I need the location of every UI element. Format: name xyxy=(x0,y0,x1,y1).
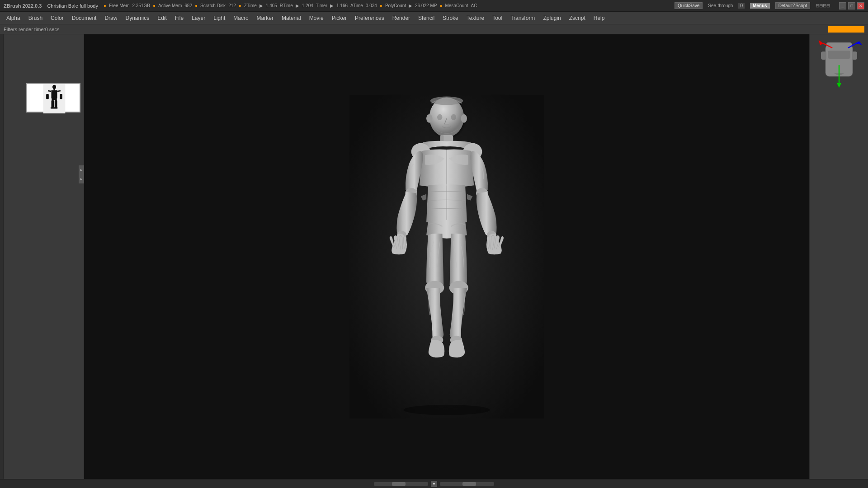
slider-icon: ⊟⊟⊟⊟ xyxy=(816,3,830,8)
menu-item-render[interactable]: Render xyxy=(389,14,414,23)
doc-name: Christian Bale full body xyxy=(47,3,98,9)
menu-item-color[interactable]: Color xyxy=(47,14,67,23)
menu-item-macro[interactable]: Macro xyxy=(230,14,252,23)
scroll-down-button[interactable]: ▼ xyxy=(431,481,437,487)
menu-item-movie[interactable]: Movie xyxy=(306,14,327,23)
ztime-label: ZTime xyxy=(244,3,257,8)
main-layout: ► ► xyxy=(0,34,868,479)
menu-item-layer[interactable]: Layer xyxy=(188,14,209,23)
polycount-label: PolyCount xyxy=(385,3,406,8)
menu-item-texture[interactable]: Texture xyxy=(463,14,488,23)
svg-rect-7 xyxy=(60,94,62,99)
svg-rect-5 xyxy=(46,94,49,99)
svg-marker-41 xyxy=(819,40,823,45)
rtime-val: 1.204 xyxy=(302,3,313,8)
svg-rect-10 xyxy=(55,100,57,108)
svg-point-19 xyxy=(437,114,442,120)
close-button[interactable]: ✕ xyxy=(857,2,864,9)
menu-item-picker[interactable]: Picker xyxy=(328,14,350,23)
menu-item-stroke[interactable]: Stroke xyxy=(439,14,462,23)
menu-item-light[interactable]: Light xyxy=(210,14,229,23)
ztime-val: 1.405 xyxy=(266,3,277,8)
bottom-bar: ▼ xyxy=(0,479,868,488)
free-mem-val: 2.351GB xyxy=(132,3,150,8)
menu-item-draw[interactable]: Draw xyxy=(101,14,121,23)
thumbnail-panel: ► ► xyxy=(4,34,84,479)
meshcount-label: MeshCount xyxy=(445,3,468,8)
filter-text: Filters render time:0 secs xyxy=(4,27,59,32)
menu-item-stencil[interactable]: Stencil xyxy=(415,14,438,23)
rtime-label: RTime xyxy=(280,3,293,8)
title-bar: ZBrush 2022.0.3 Christian Bale full body… xyxy=(0,0,868,12)
svg-rect-39 xyxy=(852,52,857,60)
orange-progress-bar xyxy=(828,26,864,33)
outer-left-panel xyxy=(0,34,4,479)
svg-point-17 xyxy=(461,114,467,123)
minimize-button[interactable]: _ xyxy=(839,2,846,9)
meshcount-suffix: AC xyxy=(471,3,477,8)
svg-point-16 xyxy=(426,114,432,123)
menu-bar: AlphaBrushColorDocumentDrawDynamicsEditF… xyxy=(0,12,868,24)
window-controls: _ □ ✕ xyxy=(839,2,864,9)
atime-label: ATime xyxy=(350,3,363,8)
svg-rect-38 xyxy=(821,52,826,60)
svg-rect-2 xyxy=(53,89,55,90)
svg-rect-8 xyxy=(52,98,57,100)
viewport-canvas[interactable] xyxy=(84,34,809,479)
menu-item-edit[interactable]: Edit xyxy=(154,14,170,23)
orientation-widget[interactable] xyxy=(814,38,864,92)
mesh-thumbnail[interactable] xyxy=(26,83,80,113)
svg-rect-36 xyxy=(828,51,850,59)
sidebar-collapse-arrow[interactable]: ► xyxy=(79,165,84,174)
active-mem-val: 682 xyxy=(184,3,192,8)
menu-item-material[interactable]: Material xyxy=(278,14,305,23)
menu-item-dynamics[interactable]: Dynamics xyxy=(122,14,153,23)
right-panel xyxy=(809,34,868,479)
timer-label: Timer xyxy=(316,3,327,8)
default-script-button[interactable]: DefaultZScript xyxy=(775,2,810,9)
quicksave-button[interactable]: QuickSave xyxy=(675,2,703,9)
vertical-scroll-bar[interactable] xyxy=(440,482,494,486)
svg-point-14 xyxy=(403,405,490,415)
menu-item-help[interactable]: Help xyxy=(590,14,609,23)
scratch-disk-val: 212 xyxy=(228,3,236,8)
menu-item-tool[interactable]: Tool xyxy=(489,14,506,23)
menu-item-brush[interactable]: Brush xyxy=(25,14,46,23)
see-through-label: See-through xyxy=(708,3,733,8)
horizontal-scroll-bar[interactable] xyxy=(374,482,428,486)
see-through-val: 0 xyxy=(738,3,745,9)
maximize-button[interactable]: □ xyxy=(848,2,855,9)
scratch-disk-label: Scratch Disk xyxy=(200,3,226,8)
menu-item-zscript[interactable]: Zscript xyxy=(566,14,589,23)
menu-item-preferences[interactable]: Preferences xyxy=(351,14,388,23)
timer-val: 1.166 xyxy=(336,3,348,8)
svg-point-1 xyxy=(52,85,56,89)
3d-figure xyxy=(349,94,544,419)
menu-item-file[interactable]: File xyxy=(171,14,187,23)
orientation-head-svg xyxy=(816,38,862,92)
app-name: ZBrush 2022.0.3 xyxy=(4,3,42,9)
menu-item-marker[interactable]: Marker xyxy=(253,14,277,23)
svg-rect-12 xyxy=(54,107,57,108)
filter-bar: Filters render time:0 secs xyxy=(0,24,868,34)
menu-item-alpha[interactable]: Alpha xyxy=(3,14,24,23)
thumbnail-svg xyxy=(27,84,81,113)
svg-point-20 xyxy=(451,114,456,120)
menu-item-zplugin[interactable]: Zplugin xyxy=(539,14,564,23)
polycount-val: 26.022 MP xyxy=(415,3,437,8)
svg-rect-11 xyxy=(51,107,54,108)
free-mem-label: Free Mem xyxy=(109,3,130,8)
svg-rect-3 xyxy=(52,90,57,99)
svg-marker-45 xyxy=(837,83,841,88)
sidebar-expand-arrow[interactable]: ► xyxy=(79,174,84,183)
svg-rect-9 xyxy=(52,100,54,108)
menus-button[interactable]: Menus xyxy=(750,3,770,9)
atime-val: 0.034 xyxy=(366,3,377,8)
menu-item-transform[interactable]: Transform xyxy=(507,14,538,23)
stats-bar: ● Free Mem 2.351GB ● Active Mem 682 ● Sc… xyxy=(104,3,477,8)
active-mem-label: Active Mem xyxy=(158,3,182,8)
menu-item-document[interactable]: Document xyxy=(68,14,100,23)
